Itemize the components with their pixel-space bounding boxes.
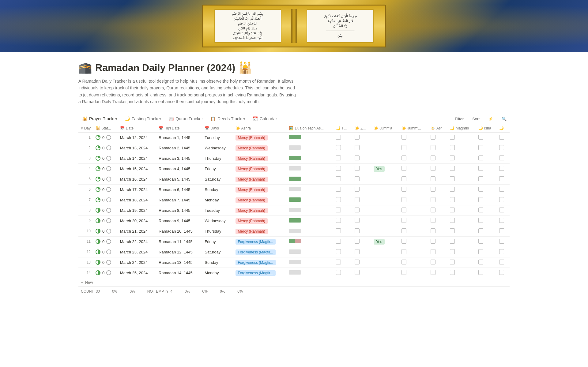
tab-fasting[interactable]: 🌙 Fasting Tracker — [121, 114, 165, 124]
ashra-cell[interactable]: Mercy (Rahmah) — [233, 215, 287, 226]
checkbox[interactable] — [401, 270, 406, 275]
fajr-cell[interactable] — [334, 143, 352, 153]
fajr-cell[interactable] — [334, 163, 352, 174]
ashra-badge[interactable]: Forgiveness (Magfir... — [236, 239, 276, 245]
isha-cell[interactable] — [476, 174, 497, 184]
ashra-cell[interactable]: Mercy (Rahmah) — [233, 174, 287, 184]
checkbox[interactable] — [401, 218, 406, 223]
isha-cell[interactable] — [476, 153, 497, 163]
fajr-cell[interactable] — [334, 226, 352, 236]
checkbox[interactable] — [431, 166, 435, 171]
jummah1-cell[interactable] — [371, 215, 399, 226]
jummah2-cell[interactable] — [399, 195, 428, 205]
checkbox[interactable] — [499, 270, 504, 275]
ashra-badge[interactable]: Mercy (Rahmah) — [236, 135, 268, 140]
isha-cell[interactable] — [476, 143, 497, 153]
zuhr-cell[interactable] — [352, 226, 371, 236]
ashra-cell[interactable]: Forgiveness (Magfir... — [233, 247, 287, 257]
checkbox[interactable] — [336, 176, 341, 181]
checkbox[interactable] — [478, 249, 483, 254]
checkbox[interactable] — [478, 260, 483, 264]
complete-circle[interactable] — [106, 166, 111, 171]
checkbox[interactable] — [499, 228, 504, 233]
asr-cell[interactable] — [428, 184, 447, 195]
checkbox[interactable] — [355, 218, 360, 223]
isha-cell[interactable] — [476, 257, 497, 268]
fajr-cell[interactable] — [334, 195, 352, 205]
ashra-cell[interactable]: Mercy (Rahmah) — [233, 205, 287, 215]
checkbox[interactable] — [478, 135, 483, 140]
maghrib-cell[interactable] — [447, 268, 476, 278]
maghrib-cell[interactable] — [447, 174, 476, 184]
isha-cell[interactable] — [476, 184, 497, 195]
checkbox[interactable] — [401, 176, 406, 181]
ashra-cell[interactable]: Mercy (Rahmah) — [233, 153, 287, 163]
ashra-cell[interactable]: Forgiveness (Magfir... — [233, 257, 287, 268]
checkbox[interactable] — [499, 145, 504, 150]
complete-circle[interactable] — [106, 187, 111, 192]
jummah2-cell[interactable] — [399, 163, 428, 174]
checkbox[interactable] — [478, 218, 483, 223]
jummah2-cell[interactable] — [399, 132, 428, 143]
checkbox[interactable] — [336, 187, 341, 192]
ashra-badge[interactable]: Mercy (Rahmah) — [236, 197, 268, 203]
checkbox[interactable] — [401, 197, 406, 202]
checkbox[interactable] — [336, 228, 341, 233]
checkbox[interactable] — [336, 145, 341, 150]
asr-cell[interactable] — [428, 153, 447, 163]
status-circle[interactable] — [96, 187, 100, 192]
checkbox[interactable] — [355, 187, 360, 192]
jummah1-cell[interactable] — [371, 226, 399, 236]
checkbox[interactable] — [355, 145, 360, 150]
fajr-cell[interactable] — [334, 215, 352, 226]
status-circle[interactable] — [96, 218, 100, 223]
checkbox[interactable] — [336, 208, 341, 212]
ashra-cell[interactable]: Mercy (Rahmah) — [233, 163, 287, 174]
maghrib-cell[interactable] — [447, 163, 476, 174]
complete-circle[interactable] — [106, 229, 111, 234]
complete-circle[interactable] — [106, 156, 111, 161]
status-circle[interactable] — [96, 208, 100, 213]
asr-cell[interactable] — [428, 143, 447, 153]
jummah1-cell[interactable] — [371, 205, 399, 215]
complete-circle[interactable] — [106, 177, 111, 182]
status-circle[interactable] — [96, 260, 100, 265]
jummah2-cell[interactable] — [399, 257, 428, 268]
checkbox[interactable] — [355, 208, 360, 212]
checkbox[interactable] — [450, 249, 455, 254]
ashra-badge[interactable]: Mercy (Rahmah) — [236, 218, 268, 224]
dua-cell[interactable] — [286, 184, 334, 195]
jummah2-cell[interactable] — [399, 226, 428, 236]
checkbox[interactable] — [355, 260, 360, 264]
checkbox[interactable] — [499, 135, 504, 140]
fajr-cell[interactable] — [334, 257, 352, 268]
checkbox[interactable] — [336, 197, 341, 202]
asr-cell[interactable] — [428, 226, 447, 236]
checkbox[interactable] — [499, 239, 504, 244]
maghrib-cell[interactable] — [447, 132, 476, 143]
checkbox[interactable] — [499, 208, 504, 212]
tab-prayer[interactable]: 🕌 Prayer Tracker — [78, 114, 121, 124]
tab-quran[interactable]: 📖 Quran Tracker — [165, 114, 206, 124]
dua-cell[interactable] — [286, 257, 334, 268]
checkbox[interactable] — [336, 155, 341, 160]
checkbox[interactable] — [450, 260, 455, 264]
checkbox[interactable] — [431, 187, 435, 192]
maghrib-cell[interactable] — [447, 236, 476, 247]
maghrib-cell[interactable] — [447, 143, 476, 153]
maghrib-cell[interactable] — [447, 215, 476, 226]
status-circle[interactable] — [96, 249, 100, 254]
asr-cell[interactable] — [428, 257, 447, 268]
jummah1-cell[interactable] — [371, 247, 399, 257]
complete-circle[interactable] — [106, 239, 111, 244]
fajr-cell[interactable] — [334, 184, 352, 195]
jummah2-cell[interactable] — [399, 205, 428, 215]
maghrib-cell[interactable] — [447, 257, 476, 268]
taraweeh-cell[interactable] — [497, 163, 510, 174]
checkbox[interactable] — [478, 270, 483, 275]
zuhr-cell[interactable] — [352, 247, 371, 257]
dua-cell[interactable] — [286, 143, 334, 153]
dua-cell[interactable] — [286, 226, 334, 236]
checkbox[interactable] — [431, 208, 435, 212]
isha-cell[interactable] — [476, 268, 497, 278]
